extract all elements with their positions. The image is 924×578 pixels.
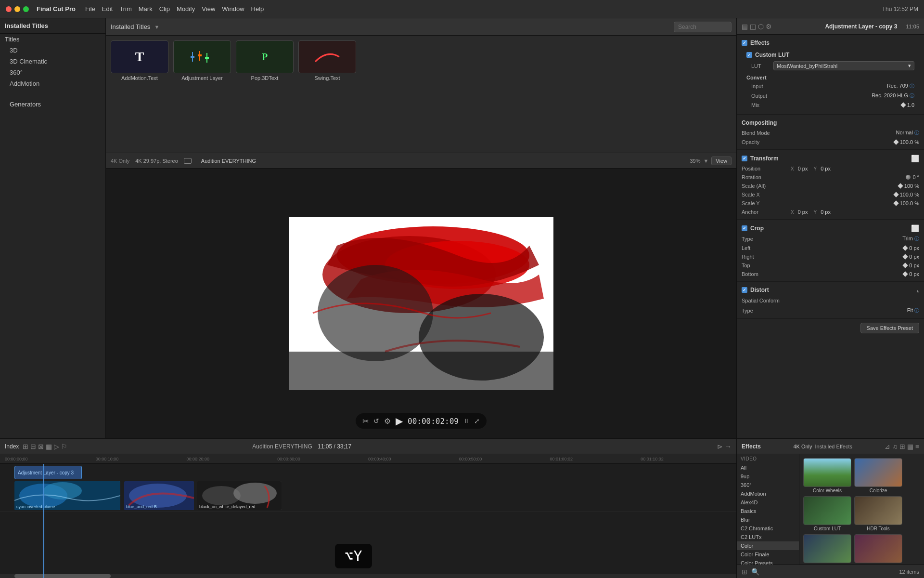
menu-view[interactable]: View [202,5,215,13]
search-input[interactable] [674,22,732,32]
settings-icon[interactable]: ⚙ [384,417,391,426]
distort-checkbox[interactable]: ✓ [742,287,747,293]
inspector-icon-3[interactable]: ⬡ [758,23,764,30]
spatial-conform-row: Spatial Conform [737,295,924,306]
distort-corner-icon[interactable]: ⌞ [917,287,919,293]
effects-cat-addmotion[interactable]: AddMotion [737,489,799,498]
ruler-4: 00:00:40;00 [368,457,459,461]
sidebar-item-addmotion[interactable]: AddMotion [0,78,105,89]
menu-edit[interactable]: Edit [102,5,113,13]
bw-clip[interactable]: black_on_white_delayed_red [197,481,282,510]
transform-checkbox[interactable]: ✓ [742,156,747,161]
timeline-ctrl-4[interactable]: ▦ [46,443,52,450]
scale-x-row: Scale X 100.0 % [737,190,924,199]
menu-clip[interactable]: Clip [159,5,170,13]
addmotion-thumb: T [111,40,168,73]
blue-clip[interactable]: blue_and_red-B [124,481,194,510]
tab-4k-only[interactable]: 4K Only [793,444,812,449]
effects-cat-9up[interactable]: 9up [737,472,799,481]
play-button[interactable]: ▶ [396,415,403,427]
effects-icon-3[interactable]: ⊞ [899,443,905,450]
sidebar-item-generators[interactable]: Generators [5,99,101,110]
effects-cat-color[interactable]: Color [737,541,799,550]
effects-cat-color-finale[interactable]: Color Finale [737,550,799,559]
effects-cat-blur[interactable]: Blur [737,515,799,524]
save-effects-preset-button[interactable]: Save Effects Preset [860,323,919,333]
effect-hue-sat[interactable]: Hue/Saturation [803,534,851,565]
timeline-ctrl-5[interactable]: ▷ [54,443,59,450]
menu-file[interactable]: File [85,5,95,13]
effect-custom-lut[interactable]: Custom LUT [803,496,851,531]
effects-footer-icon[interactable]: ⊞ [742,568,747,576]
pop3d-thumb: P [236,40,294,73]
cyan-clip[interactable]: cyan inverted plume [14,481,120,510]
inspector-icon-4[interactable]: ⚙ [766,23,772,30]
timeline-ctrl-2[interactable]: ⊟ [30,443,36,450]
effects-cat-c2lutx[interactable]: C2 LUTx [737,533,799,541]
effects-section-header[interactable]: ✓ Effects [737,38,924,48]
effect-hdr-tools[interactable]: HDR Tools [854,496,902,531]
timeline-scrollbar[interactable] [0,574,736,578]
effect-color-wheels[interactable]: Color Wheels [803,458,851,493]
scale-all-keyframe-icon [898,183,903,188]
menu-modify[interactable]: Modify [177,5,195,13]
title-card-pop3d[interactable]: P Pop.3DText [236,40,294,81]
inspector-icon-1[interactable]: ▤ [742,23,748,30]
transform-expand-icon[interactable]: ⬜ [911,155,919,162]
effects-icon-2[interactable]: ♫ [892,443,898,450]
maximize-button[interactable] [23,6,29,12]
sidebar-item-360[interactable]: 360° [0,67,105,78]
timeline-scrollbar-thumb[interactable] [14,574,111,578]
effects-cat-c2chromatic[interactable]: C2 Chromatic [737,524,799,533]
effects-cat-basics[interactable]: Basics [737,507,799,515]
effects-search-icon[interactable]: 🔍 [751,568,759,576]
title-card-addmotion[interactable]: T AddMotion.Text [111,40,168,81]
svg-point-10 [318,265,433,361]
menu-help[interactable]: Help [251,5,264,13]
crop-expand-icon[interactable]: ⬜ [911,224,919,232]
title-card-swing[interactable]: Swing.Text [298,40,356,81]
snap-icon[interactable]: ⊳ [717,443,723,450]
effects-checkbox[interactable]: ✓ [742,40,747,46]
effects-panel-label: Effects [742,443,761,450]
close-button[interactable] [6,6,12,12]
effects-cat-all[interactable]: All [737,463,799,472]
minimize-button[interactable] [14,6,20,12]
effects-cat-color-presets[interactable]: Color Presets [737,559,799,565]
compositing-header[interactable]: Compositing [737,118,924,128]
crop-checkbox[interactable]: ✓ [742,225,747,231]
view-button[interactable]: View [711,157,732,165]
effects-cat-360[interactable]: 360° [737,481,799,489]
trim-icon[interactable]: ✂ [362,417,369,426]
sidebar-item-titles[interactable]: Titles [0,34,105,45]
effects-icon-4[interactable]: ▦ [907,443,913,450]
menu-trim[interactable]: Trim [119,5,132,13]
rewind-icon[interactable]: ↺ [373,417,379,425]
crop-header[interactable]: ✓ Crop ⬜ [737,223,924,234]
sidebar-item-3d[interactable]: 3D [0,45,105,56]
effect-hue-sat-curves[interactable]: Hue/Saturation Curves [854,534,902,565]
tab-installed-effects[interactable]: Installed Effects [815,444,852,449]
inspector-icon-2[interactable]: ◫ [750,23,756,30]
distort-header[interactable]: ✓ Distort ⌞ [737,285,924,295]
adjustment-clip[interactable]: Adjustment Layer - copy 3 [14,466,82,479]
timeline-controls: ⊞ ⊟ ⊠ ▦ ▷ ⚐ [23,443,67,450]
effects-icon-5[interactable]: ≡ [915,443,919,450]
arrow-icon[interactable]: → [725,443,732,450]
effects-icon-1[interactable]: ⊿ [885,443,890,450]
timeline-ctrl-6[interactable]: ⚐ [61,443,67,450]
timeline-ctrl-3[interactable]: ⊠ [38,443,44,450]
sidebar-item-3d-cinematic[interactable]: 3D Cinematic [0,56,105,67]
fullscreen-icon[interactable]: ⤢ [474,417,480,425]
transform-header[interactable]: ✓ Transform ⬜ [737,153,924,164]
title-card-adjustment[interactable]: Adjustment Layer [173,40,231,81]
menu-mark[interactable]: Mark [139,5,153,13]
pause-icon[interactable]: ⏸ [463,418,469,424]
index-label[interactable]: Index [5,443,19,450]
effects-cat-alex4d[interactable]: Alex4D [737,498,799,507]
lut-dropdown[interactable]: MostWanted_byPhilStrahl ▾ [773,61,914,70]
custom-lut-checkbox[interactable]: ✓ [746,52,752,58]
menu-window[interactable]: Window [222,5,244,13]
timeline-ctrl-1[interactable]: ⊞ [23,443,28,450]
effect-colorize[interactable]: Colorize [854,458,902,493]
